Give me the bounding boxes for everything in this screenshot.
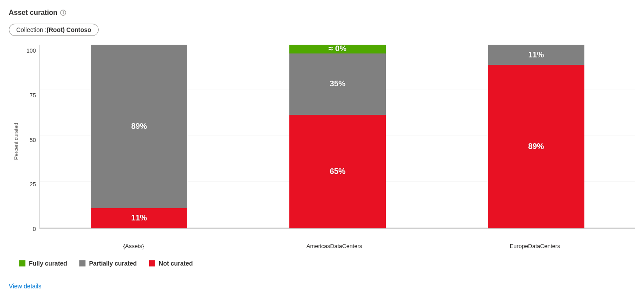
x-tick-label: AmericasDataCenters (286, 243, 382, 249)
collection-filter-value: (Root) Contoso (46, 26, 91, 33)
swatch-icon (149, 260, 155, 266)
chart-plot: 89%11%≈ 0%35%65%11%89% (39, 45, 635, 229)
bar-stack[interactable]: 89%11% (91, 45, 187, 228)
view-details-link[interactable]: View details (9, 283, 41, 290)
y-tick: 50 (30, 137, 36, 142)
chart-area: Percent curated 100 75 50 25 0 89%11%≈ 0… (13, 45, 635, 238)
chart-header: Asset curation (9, 9, 635, 17)
collection-filter-chip[interactable]: Collection : (Root) Contoso (9, 24, 99, 36)
svg-point-1 (63, 11, 64, 12)
bar-segment[interactable]: 89% (91, 45, 187, 208)
swatch-icon (79, 260, 85, 266)
bar-segment[interactable]: 11% (488, 45, 584, 65)
bar-segment[interactable]: 65% (289, 115, 386, 228)
bar-segment[interactable]: 89% (488, 65, 584, 228)
y-tick: 100 (26, 48, 36, 53)
x-tick-label: EuropeDataCenters (487, 243, 583, 249)
bar-stack[interactable]: 11%89% (488, 45, 584, 228)
y-tick: 0 (33, 226, 36, 232)
legend-label: Fully curated (29, 260, 67, 267)
swatch-icon (19, 260, 25, 266)
y-axis: 100 75 50 25 0 (22, 45, 39, 238)
x-axis-labels: {Assets}AmericasDataCentersEuropeDataCen… (33, 238, 635, 249)
bar-stack[interactable]: ≈ 0%35%65% (289, 45, 386, 228)
y-axis-label: Percent curated (13, 123, 19, 160)
svg-rect-2 (63, 12, 63, 14)
bar-segment[interactable]: 11% (91, 208, 187, 228)
x-tick-label: {Assets} (85, 243, 182, 249)
info-icon[interactable] (60, 10, 66, 16)
collection-filter-label: Collection : (16, 26, 46, 33)
legend-item-partially-curated[interactable]: Partially curated (79, 260, 137, 267)
y-tick: 75 (30, 92, 36, 98)
legend-item-fully-curated[interactable]: Fully curated (19, 260, 67, 267)
legend-label: Partially curated (89, 260, 137, 267)
bar-segment[interactable]: 35% (289, 53, 386, 115)
y-tick: 25 (30, 181, 36, 187)
bar-segment[interactable]: ≈ 0% (289, 45, 386, 53)
legend-item-not-curated[interactable]: Not curated (149, 260, 193, 267)
legend-label: Not curated (159, 260, 193, 267)
chart-legend: Fully curated Partially curated Not cura… (19, 260, 635, 267)
chart-title: Asset curation (9, 9, 57, 17)
